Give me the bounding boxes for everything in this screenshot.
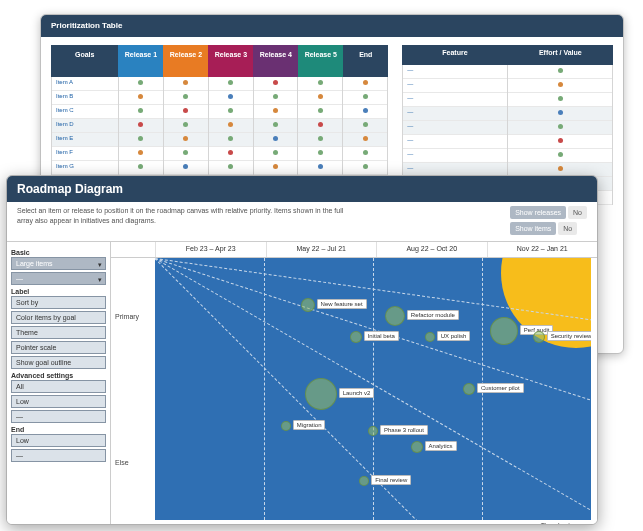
bubble-label: Final review [371, 475, 411, 485]
chevron-down-icon: ▾ [98, 276, 102, 284]
table-row[interactable]: Item A [52, 77, 118, 91]
bubble-item[interactable] [305, 378, 337, 410]
bubble-item[interactable] [490, 317, 518, 345]
bubble-item[interactable] [425, 332, 435, 342]
bubble-label: New feature set [317, 299, 367, 309]
list-item[interactable]: — [403, 65, 507, 79]
list-item[interactable]: — [403, 149, 507, 163]
chevron-down-icon: ▾ [98, 261, 102, 269]
group-advanced: Advanced settings [11, 372, 106, 379]
toggle-show-items[interactable]: Show items [510, 222, 556, 235]
side-table-header: Feature Effort / Value [402, 45, 613, 65]
y-label-else: Else [115, 459, 129, 466]
select-goal-outline[interactable]: Show goal outline [11, 356, 106, 369]
bubble-item[interactable] [301, 298, 315, 312]
bubble-item[interactable] [350, 331, 362, 343]
roadmap-body: Basic Large items▾ —▾ Label Sort by Colo… [7, 242, 597, 525]
bubble-label: Migration [293, 420, 326, 430]
bubble-item[interactable] [411, 441, 423, 453]
time-period: Aug 22 – Oct 20 [376, 242, 487, 257]
select-sort-by[interactable]: Sort by [11, 296, 106, 309]
tab-release1[interactable]: Release 1 [118, 45, 163, 77]
table-row[interactable]: Item F [52, 147, 118, 161]
select-adv-all[interactable]: All [11, 380, 106, 393]
roadmap-title: Roadmap Diagram [7, 176, 597, 202]
bubble-label: Refactor module [407, 310, 459, 320]
select-large-items[interactable]: Large items▾ [11, 257, 106, 270]
roadmap-description: Select an item or release to position it… [17, 206, 357, 226]
bubble-item[interactable] [359, 476, 369, 486]
y-axis: Primary Else [111, 258, 155, 520]
bubble-item[interactable] [281, 421, 291, 431]
roadmap-chart[interactable]: Feb 23 – Apr 23 May 22 – Jul 21 Aug 22 –… [111, 242, 597, 525]
list-item[interactable]: — [403, 107, 507, 121]
gridline [264, 258, 265, 520]
tab-release4[interactable]: Release 4 [253, 45, 298, 77]
bubble-label: Security review [547, 331, 591, 341]
table-row[interactable]: Item D [52, 119, 118, 133]
back-window-title: Prioritization Table [41, 15, 623, 37]
tab-goals[interactable]: Goals [51, 45, 118, 77]
select-pointer-scale[interactable]: Pointer scale [11, 341, 106, 354]
select-a2[interactable]: —▾ [11, 272, 106, 285]
bubble-item[interactable] [463, 383, 475, 395]
bubble-label: Analytics [425, 441, 457, 451]
bubble-item[interactable] [368, 426, 378, 436]
time-period: Feb 23 – Apr 23 [155, 242, 266, 257]
bubble-item[interactable] [533, 331, 545, 343]
side-header-feature: Feature [402, 45, 507, 65]
bubble-item[interactable] [385, 306, 405, 326]
side-header-effort: Effort / Value [508, 45, 613, 65]
group-basic: Basic [11, 249, 106, 256]
list-item[interactable]: — [403, 135, 507, 149]
tab-release2[interactable]: Release 2 [163, 45, 208, 77]
select-color-by[interactable]: Color items by goal [11, 311, 106, 324]
select-end-2[interactable]: — [11, 449, 106, 462]
x-axis-caption: Time horizon ▸ [541, 522, 587, 525]
bubble-label: Initial beta [364, 331, 399, 341]
time-period: Nov 22 – Jan 21 [487, 242, 598, 257]
bubble-label: UX polish [437, 331, 471, 341]
time-axis: Feb 23 – Apr 23 May 22 – Jul 21 Aug 22 –… [111, 242, 597, 258]
time-period: May 22 – Jul 21 [266, 242, 377, 257]
release-tab-row: Goals Release 1 Release 2 Release 3 Rele… [51, 45, 388, 77]
list-item[interactable]: — [403, 93, 507, 107]
group-end: End [11, 426, 106, 433]
tab-end[interactable]: End [343, 45, 388, 77]
roadmap-window: Roadmap Diagram Select an item or releas… [6, 175, 598, 525]
select-adv-low[interactable]: Low [11, 395, 106, 408]
roadmap-sidebar: Basic Large items▾ —▾ Label Sort by Colo… [7, 242, 111, 525]
bubble-label: Launch v2 [339, 388, 375, 398]
table-row[interactable]: Item C [52, 105, 118, 119]
roadmap-subheader: Select an item or release to position it… [7, 202, 597, 242]
select-adv-3[interactable]: — [11, 410, 106, 423]
bubble-label: Phase 3 rollout [380, 425, 428, 435]
list-item[interactable]: — [403, 121, 507, 135]
table-row[interactable]: Item B [52, 91, 118, 105]
toggle-show-items-off[interactable]: No [558, 222, 577, 235]
toggle-group: Show releases No Show items No [510, 206, 587, 235]
group-label: Label [11, 288, 106, 295]
tab-release5[interactable]: Release 5 [298, 45, 343, 77]
select-theme[interactable]: Theme [11, 326, 106, 339]
tab-release3[interactable]: Release 3 [208, 45, 253, 77]
table-row[interactable]: Item G [52, 161, 118, 175]
table-row[interactable]: Item E [52, 133, 118, 147]
toggle-show-releases-off[interactable]: No [568, 206, 587, 219]
axis-spacer [111, 242, 155, 257]
list-item[interactable]: — [403, 79, 507, 93]
bubble-label: Customer pilot [477, 383, 524, 393]
select-end-low[interactable]: Low [11, 434, 106, 447]
toggle-show-releases[interactable]: Show releases [510, 206, 566, 219]
y-label-primary: Primary [115, 312, 139, 319]
plot-area[interactable]: New feature setRefactor moduleInitial be… [155, 258, 591, 520]
